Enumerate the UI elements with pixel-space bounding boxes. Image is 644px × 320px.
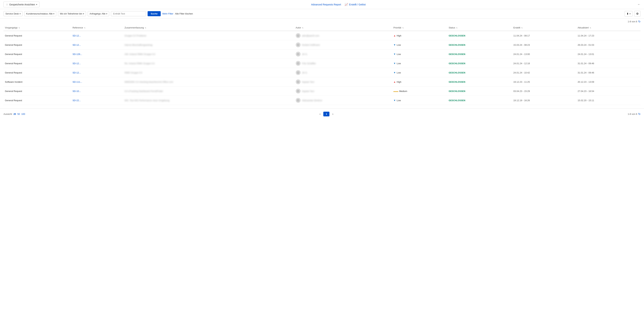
refresh-icon-bottom[interactable]: ↻ <box>638 112 640 116</box>
bottom-count-label: 1-8 von 8 <box>628 113 637 115</box>
search-button[interactable]: Suche <box>148 11 161 16</box>
avatar: ⊙ <box>296 33 300 38</box>
cell-status: GESCHLOSSEN <box>447 59 512 68</box>
cell-erstellt: 19.12.23 - 11:25 <box>512 77 576 86</box>
chevron-down-icon: ▾ <box>53 12 54 15</box>
kundenwunschstatus-dropdown[interactable]: Kundenwunschstatus: Alle ▾ <box>24 11 56 16</box>
zusammenfassung-text: Gruppe 0.0 Probleme <box>124 34 146 37</box>
reference-link[interactable]: SD-12... <box>72 44 81 46</box>
cell-aktualisiert: 15.02.20 - 15:11 <box>576 96 640 105</box>
top-bar: ☆ Gespeicherte Ansichten ▾ Advanced Requ… <box>0 0 644 9</box>
table-header-row: Vorgangstyp ⇅ Reference ⇅ Zusammenfassun… <box>4 24 640 31</box>
author-name: hayase Taro <box>302 90 314 92</box>
view-50-link[interactable]: 50 <box>18 113 20 115</box>
saved-views-button[interactable]: ☆ Gespeicherte Ansichten ▾ <box>4 1 40 7</box>
cell-status: GESCHLOSSEN <box>447 77 512 86</box>
cell-vorgangstyp: General Request <box>4 59 71 68</box>
clear-filter-button[interactable]: Alle Filter löschen <box>175 12 193 15</box>
sort-icon: ⇅ <box>590 27 591 29</box>
cell-erstellt: 11.04.24 - 08:17 <box>512 31 576 40</box>
col-autor[interactable]: Autor ⇅ <box>294 24 392 31</box>
back-button[interactable]: ← <box>637 2 640 6</box>
reference-link[interactable]: SD-12... <box>72 71 81 74</box>
export-button[interactable]: ⬆ ▾ <box>624 11 632 16</box>
cell-zusammenfassung: RMKI Gruppe 0.0 <box>123 68 294 77</box>
cell-erstellt: 15.03.24 - 08:23 <box>512 40 576 49</box>
priority-label: Low <box>397 71 401 74</box>
settings-button[interactable]: ⚙ <box>634 11 640 16</box>
priority-label: Low <box>397 99 401 102</box>
table-row: Software Incident SD-111... WMSSDK 0.0 c… <box>4 77 640 86</box>
priority-label: Low <box>397 44 401 46</box>
cell-aktualisiert: 31.01.24 - 09:46 <box>576 59 640 68</box>
col-prioritaet[interactable]: Priorität ⇅ <box>392 24 447 31</box>
cell-zusammenfassung: WG: Test WG Performance neue Umgebung <box>123 96 294 105</box>
cell-zusammenfassung: Gruppe 0.0 Probleme <box>123 31 294 40</box>
priority-label: Low <box>397 53 401 55</box>
cell-prioritaet: ▼ Low <box>392 49 447 59</box>
cell-prioritaet: ▼ Low <box>392 59 447 68</box>
sort-icon: ⇅ <box>402 27 404 29</box>
cell-zusammenfassung: Interne Beschaffungsantrag <box>123 40 294 49</box>
next-page-button[interactable]: › <box>331 111 335 117</box>
status-badge: GESCHLOSSEN <box>449 71 465 74</box>
author-name: Jiri S. <box>302 71 308 74</box>
cell-aktualisiert: 20.12.23 - 13:09 <box>576 77 640 86</box>
chevron-down-icon: ▾ <box>106 12 107 15</box>
col-reference[interactable]: Reference ⇅ <box>71 24 123 31</box>
teilnehmer-dropdown[interactable]: Wo ich Teilnehmer bin ▾ <box>58 11 86 16</box>
reference-link[interactable]: SD-126... <box>72 53 82 55</box>
bottom-count: 1-8 von 8 ↻ <box>628 112 640 116</box>
cell-erstellt: 24.01.24 - 12:18 <box>512 59 576 68</box>
view-20-link[interactable]: 20 <box>14 113 16 115</box>
priority-low-icon: ▼ <box>393 53 396 55</box>
advanced-report-link[interactable]: Advanced Requests Report <box>311 3 341 6</box>
col-status[interactable]: Status ⇅ <box>447 24 512 31</box>
search-input[interactable] <box>111 11 146 16</box>
col-vorgangstyp[interactable]: Vorgangstyp ⇅ <box>4 24 71 31</box>
cell-reference: SD-111... <box>71 77 123 86</box>
reference-link[interactable]: SD-22... <box>72 99 81 102</box>
cell-autor: ⊙ hayase Taro <box>294 77 392 86</box>
col-aktualisiert[interactable]: Aktualisiert ⇅ <box>576 24 640 31</box>
table-row: General Request SD-22... WG: Test WG Per… <box>4 96 640 105</box>
refresh-icon[interactable]: ↻ <box>638 20 640 23</box>
avatar: ⊙ <box>296 42 300 47</box>
cell-status: GESCHLOSSEN <box>447 49 512 59</box>
table-row: General Request SD-126... AW: Antwort RM… <box>4 49 640 59</box>
cell-prioritaet: ▼ Low <box>392 96 447 105</box>
view-100-link[interactable]: 100 <box>21 113 25 115</box>
sort-icon: ⇅ <box>302 27 304 29</box>
page-1-button[interactable]: 1 <box>323 112 330 116</box>
reference-link[interactable]: SD-111... <box>72 81 82 83</box>
service-desk-dropdown[interactable]: Service Desk ▾ <box>4 11 22 16</box>
col-erstellt[interactable]: Erstellt ⇅ <box>512 24 576 31</box>
reference-link[interactable]: SD-12... <box>72 34 81 37</box>
mehr-filter-button[interactable]: Mehr Filter <box>162 12 173 15</box>
cell-erstellt: 24.01.24 - 13:00 <box>512 49 576 59</box>
service-desk-label: Service Desk <box>6 12 19 15</box>
zusammenfassung-text: Re: Antwort RMKI Gruppe 0.0 <box>124 62 154 65</box>
erstellt-geloest-link[interactable]: 📈 Erstellt / Gelöst <box>344 3 366 6</box>
requests-table: Vorgangstyp ⇅ Reference ⇅ Zusammenfassun… <box>4 24 640 105</box>
pagination: ‹ 1 › <box>318 111 335 117</box>
cell-vorgangstyp: General Request <box>4 86 71 96</box>
reference-link[interactable]: SD-10... <box>72 90 81 92</box>
col-zusammenfassung[interactable]: Zusammenfassung ⇅ <box>123 24 294 31</box>
priority-label: Medium <box>399 90 407 92</box>
cell-reference: SD-12... <box>71 59 123 68</box>
avatar: ⊙ <box>296 70 300 75</box>
anfragetyp-dropdown[interactable]: Anfragetyp: Alle ▾ <box>88 11 109 16</box>
author-name: Jiri S. <box>302 53 308 55</box>
zusammenfassung-text: WG: Test WG Performance neue Umgebung <box>124 99 170 102</box>
anfragetyp-label: Anfragetyp: Alle <box>90 12 106 15</box>
cell-vorgangstyp: General Request <box>4 96 71 105</box>
reference-link[interactable]: SD-12... <box>72 62 81 65</box>
sort-icon: ⇅ <box>84 27 86 29</box>
zusammenfassung-text: WMSSDK 0.0 checking beachkommt Office co… <box>124 81 173 83</box>
table-row: General Request SD-10... 0.0 eTracking D… <box>4 86 640 96</box>
cell-vorgangstyp: General Request <box>4 68 71 77</box>
author-name: hayase Taro <box>302 81 314 83</box>
prev-page-button[interactable]: ‹ <box>318 111 322 117</box>
table-container: Vorgangstyp ⇅ Reference ⇅ Zusammenfassun… <box>0 24 644 105</box>
